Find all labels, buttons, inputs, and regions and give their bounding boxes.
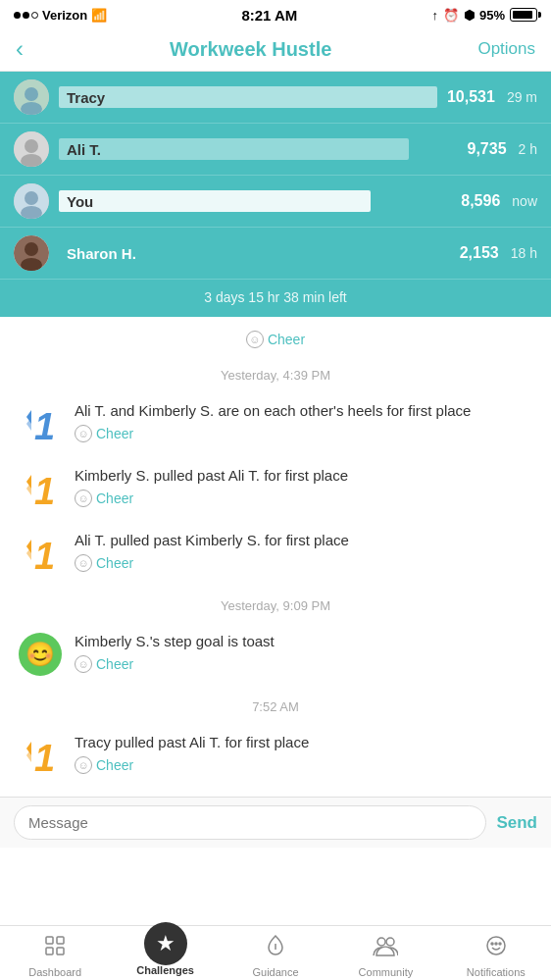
feed-body-1: Ali T. and Kimberly S. are on each other… [75,400,535,442]
cheer-label-1[interactable]: Cheer [96,426,133,441]
feed-body-4: Kimberly S.'s step goal is toast ☺ Cheer [75,631,535,673]
dot2 [23,12,29,19]
svg-text:1: 1 [34,471,55,510]
cheer-link-4[interactable]: ☺ Cheer [75,655,535,673]
cheer-label-5[interactable]: Cheer [96,757,133,773]
top-cheer-link[interactable]: ☺ Cheer [246,331,305,348]
back-button[interactable]: ‹ [16,35,24,63]
leaderboard: Tracy 10,531 29 m Ali T. 9,735 2 h You [0,72,551,317]
tab-bar: Dashboard ★ Challenges Guidance Communit… [0,925,551,980]
header: ‹ Workweek Hustle Options [0,27,551,72]
svg-rect-26 [46,948,53,954]
tab-guidance[interactable]: Guidance [221,926,330,980]
svg-point-1 [25,87,38,101]
feed-text-2: Kimberly S. pulled past Ali T. for first… [75,465,535,486]
page-title: Workweek Hustle [170,38,331,61]
feed-text-4: Kimberly S.'s step goal is toast [75,631,535,651]
lb-name-you: You [67,193,93,210]
bluetooth-icon: ⬢ [464,8,475,23]
lb-name-sharon: Sharon H. [67,245,136,262]
timestamp-group2: Yesterday, 9:09 PM [0,585,551,621]
avatar-alit [14,131,49,167]
feed-item-2: 1 Kimberly S. pulled past Ali T. for fir… [0,455,551,520]
feed-text-3: Ali T. pulled past Kimberly S. for first… [75,530,535,550]
lb-stats-you: 8,596 now [449,192,537,210]
tab-dashboard-label: Dashboard [28,966,81,978]
cheer-link-1[interactable]: ☺ Cheer [75,425,535,442]
notifications-icon [484,934,508,963]
wifi-icon: 📶 [91,8,107,23]
dot1 [14,12,21,19]
tab-notifications[interactable]: Notifications [441,926,551,980]
lb-bar-wrap-tracy: Tracy [59,86,437,108]
svg-point-30 [386,938,394,946]
feed-body-2: Kimberly S. pulled past Ali T. for first… [75,465,535,507]
cheer-icon-2: ☺ [75,490,92,507]
lb-steps-alit: 9,735 [467,140,506,158]
lb-bar-alit: Ali T. [59,138,409,160]
battery-icon [510,8,537,22]
svg-point-7 [25,191,38,205]
tab-dashboard[interactable]: Dashboard [0,926,110,980]
guidance-icon [264,934,287,963]
lb-time-you: now [512,193,537,209]
challenges-badge: ★ [144,922,187,965]
top-cheer-row: ☺ Cheer [0,317,551,354]
cheer-label-3[interactable]: Cheer [96,555,133,571]
tab-challenges-label: Challenges [136,964,194,976]
lb-steps-you: 8,596 [461,192,500,210]
lb-bar-sharon: Sharon H. [59,242,166,264]
cheer-smiley-icon: ☺ [246,331,264,348]
alarm-icon: ⏰ [443,8,459,23]
svg-point-34 [499,943,501,945]
message-input[interactable] [14,805,486,840]
cheer-label-4[interactable]: Cheer [96,656,133,672]
timestamp-label-3: 7:52 AM [252,699,299,714]
lb-time-sharon: 18 h [511,245,537,261]
options-button[interactable]: Options [477,39,535,59]
avatar-tracy [14,79,49,115]
lb-bar-wrap-alit: Ali T. [59,138,439,160]
goal-smiley-icon: 😊 [19,633,62,676]
status-left: Verizon 📶 [14,8,107,23]
send-button[interactable]: Send [496,813,537,833]
lb-stats-tracy: 10,531 29 m [447,88,537,106]
battery-percent: 95% [479,8,505,23]
goal-icon-wrap: 😊 [16,631,65,676]
svg-rect-24 [46,937,53,944]
cheer-label-2[interactable]: Cheer [96,490,133,506]
lb-bar-you: You [59,190,371,212]
lb-time-tracy: 29 m [507,89,537,105]
feed-body-3: Ali T. pulled past Kimberly S. for first… [75,530,535,572]
tab-challenges[interactable]: ★ Challenges [110,926,220,980]
rank-1-badge: 1 [19,402,62,445]
lb-name-tracy: Tracy [67,89,105,106]
status-right: ↑ ⏰ ⬢ 95% [431,8,537,23]
rank-icon-3: 1 [16,530,65,575]
cheer-link-2[interactable]: ☺ Cheer [75,490,535,507]
lb-bar-wrap-sharon: Sharon H. [59,242,439,264]
lb-row-alit: Ali T. 9,735 2 h [0,124,551,176]
cheer-link-5[interactable]: ☺ Cheer [75,756,535,774]
tab-community[interactable]: Community [330,926,440,980]
lb-row-sharon: Sharon H. 2,153 18 h [0,228,551,280]
lb-row-you: You 8,596 now [0,176,551,228]
tab-guidance-label: Guidance [252,966,298,978]
message-bar: Send [0,797,551,848]
rank-icon-2: 1 [16,465,65,510]
status-time: 8:21 AM [241,7,297,24]
feed: ☺ Cheer Yesterday, 4:39 PM 1 Ali T. and … [0,317,551,797]
arrow-icon: ↑ [431,8,438,23]
top-cheer-label[interactable]: Cheer [268,332,305,347]
battery-fill [513,11,532,19]
rank-3-svg: 1 [19,532,62,575]
lb-stats-sharon: 2,153 18 h [449,244,537,262]
dashboard-icon [43,934,67,963]
svg-text:1: 1 [34,536,55,575]
cheer-link-3[interactable]: ☺ Cheer [75,554,535,572]
rank-5-svg: 1 [19,734,62,777]
rank-icon-5: 1 [16,732,65,777]
rank-2-svg: 1 [19,467,62,510]
svg-point-4 [25,139,38,153]
feed-item-1: 1 Ali T. and Kimberly S. are on each oth… [0,390,551,455]
